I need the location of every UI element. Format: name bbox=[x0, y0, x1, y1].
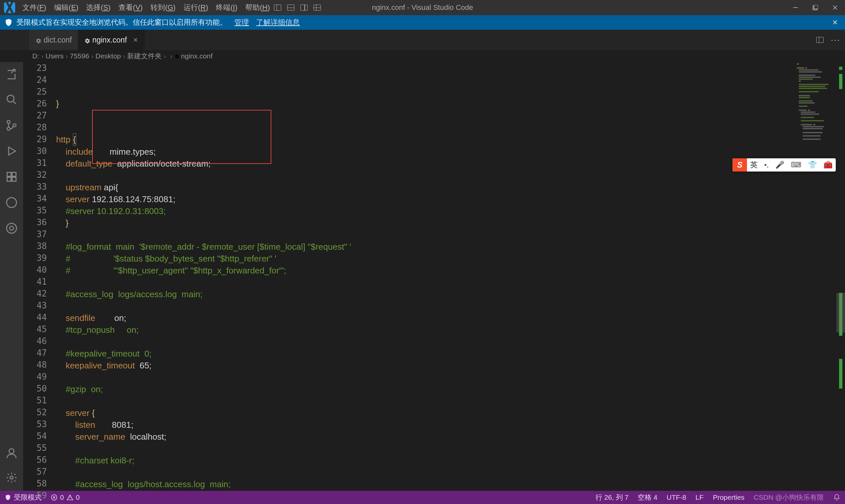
menu-7[interactable]: 帮助(H) bbox=[241, 0, 274, 15]
svg-point-19 bbox=[10, 476, 13, 479]
close-tab-icon[interactable]: × bbox=[133, 36, 139, 44]
svg-rect-23 bbox=[799, 69, 818, 71]
svg-rect-29 bbox=[799, 84, 828, 85]
svg-marker-10 bbox=[8, 147, 16, 155]
toggle-secondary-side-bar-icon[interactable] bbox=[300, 5, 307, 11]
svg-point-17 bbox=[10, 226, 14, 230]
menu-0[interactable]: 文件(F) bbox=[18, 0, 50, 15]
customize-layout-icon[interactable] bbox=[314, 5, 321, 11]
tab-nginx-conf[interactable]: nginx.conf× bbox=[78, 30, 145, 50]
ime-skin-icon[interactable]: 👕 bbox=[805, 161, 820, 169]
svg-point-15 bbox=[6, 198, 17, 208]
source-control-icon[interactable] bbox=[4, 118, 19, 132]
close-button[interactable] bbox=[825, 0, 845, 15]
ime-punct-icon[interactable]: •, bbox=[761, 161, 772, 169]
run-debug-icon[interactable] bbox=[4, 144, 19, 158]
search-icon[interactable] bbox=[4, 92, 19, 107]
ime-lang[interactable]: 英 bbox=[747, 160, 761, 170]
svg-rect-2 bbox=[814, 5, 818, 9]
svg-rect-44 bbox=[801, 124, 812, 125]
more-actions-icon[interactable]: ··· bbox=[831, 35, 840, 45]
svg-rect-49 bbox=[803, 135, 821, 137]
activity-bar bbox=[0, 62, 23, 491]
svg-rect-12 bbox=[7, 178, 11, 181]
ime-tools-icon[interactable]: 🧰 bbox=[820, 161, 836, 169]
status-restricted-mode[interactable]: 受限模式 bbox=[5, 493, 41, 502]
svg-rect-43 bbox=[801, 120, 824, 121]
code-editor[interactable]: 23 24 25 26 27 28 29 30 31 32 33 34 35 3… bbox=[23, 62, 845, 491]
vscode-logo-icon bbox=[4, 2, 15, 13]
breadcrumb-seg[interactable]: D: bbox=[31, 52, 40, 60]
code-content[interactable]: } http { include mime.types; default_typ… bbox=[56, 62, 793, 491]
toggle-primary-side-bar-icon[interactable] bbox=[274, 5, 281, 11]
menu-2[interactable]: 选择(S) bbox=[82, 0, 114, 15]
extensions-icon[interactable] bbox=[4, 169, 19, 184]
split-editor-icon[interactable] bbox=[816, 37, 824, 43]
svg-point-8 bbox=[7, 127, 10, 130]
banner-close-button[interactable]: × bbox=[832, 17, 838, 28]
svg-rect-25 bbox=[799, 74, 815, 76]
breadcrumb-seg[interactable]: 75596 bbox=[69, 52, 90, 60]
shield-icon bbox=[4, 18, 13, 27]
remote-icon[interactable] bbox=[4, 221, 19, 235]
restricted-mode-banner: 受限模式旨在实现安全地浏览代码。信任此窗口以启用所有功能。 管理 了解详细信息 … bbox=[0, 15, 845, 30]
svg-rect-21 bbox=[797, 67, 804, 69]
svg-rect-32 bbox=[799, 91, 818, 92]
menu-3[interactable]: 查看(V) bbox=[115, 0, 146, 15]
svg-rect-45 bbox=[813, 124, 815, 125]
menu-4[interactable]: 转到(G) bbox=[146, 0, 179, 15]
settings-gear-icon[interactable] bbox=[4, 470, 19, 485]
svg-point-16 bbox=[6, 223, 17, 233]
svg-rect-39 bbox=[808, 109, 810, 111]
breadcrumb-seg[interactable]: Desktop bbox=[94, 52, 122, 60]
layout-controls bbox=[274, 5, 321, 11]
ime-mic-icon[interactable]: 🎤 bbox=[772, 161, 788, 169]
menu-6[interactable]: 终端(I) bbox=[212, 0, 241, 15]
svg-rect-47 bbox=[803, 128, 823, 129]
banner-message: 受限模式旨在实现安全地浏览代码。信任此窗口以启用所有功能。 bbox=[17, 17, 227, 28]
breadcrumb-bar[interactable]: D:›Users›75596›Desktop›新建文件夹››nginx.conf bbox=[0, 50, 845, 62]
svg-rect-27 bbox=[799, 78, 813, 80]
vertical-scrollbar[interactable] bbox=[837, 62, 845, 491]
svg-rect-26 bbox=[799, 76, 821, 78]
svg-point-7 bbox=[7, 120, 10, 123]
minimize-button[interactable] bbox=[786, 0, 805, 15]
svg-rect-40 bbox=[801, 111, 815, 113]
svg-rect-35 bbox=[799, 100, 813, 102]
github-icon[interactable] bbox=[4, 195, 19, 210]
menu-1[interactable]: 编辑(E) bbox=[50, 0, 82, 15]
line-number-gutter: 23 24 25 26 27 28 29 30 31 32 33 34 35 3… bbox=[23, 62, 56, 491]
minimap[interactable] bbox=[793, 62, 837, 491]
breadcrumb-seg[interactable]: nginx.conf bbox=[173, 52, 214, 60]
ime-toolbar[interactable]: S 英 •, 🎤 ⌨ 👕 🧰 bbox=[733, 158, 836, 172]
window-title: nginx.conf - Visual Studio Code bbox=[372, 3, 473, 12]
banner-manage-link[interactable]: 管理 bbox=[234, 17, 249, 28]
menu-5[interactable]: 运行(R) bbox=[179, 0, 212, 15]
tab-dict-conf[interactable]: dict.conf bbox=[29, 30, 78, 50]
ime-keyboard-icon[interactable]: ⌨ bbox=[788, 161, 805, 169]
svg-point-18 bbox=[9, 449, 14, 454]
svg-rect-24 bbox=[799, 71, 822, 73]
banner-learn-link[interactable]: 了解详细信息 bbox=[256, 17, 300, 28]
svg-line-6 bbox=[13, 101, 16, 104]
toggle-panel-icon[interactable] bbox=[287, 5, 295, 11]
svg-rect-37 bbox=[799, 106, 807, 107]
svg-rect-34 bbox=[799, 97, 810, 98]
accounts-icon[interactable] bbox=[4, 446, 19, 461]
svg-rect-14 bbox=[12, 173, 16, 177]
svg-rect-30 bbox=[799, 86, 825, 87]
maximize-button[interactable] bbox=[805, 0, 825, 15]
status-notifications-icon[interactable] bbox=[833, 494, 840, 501]
gear-icon bbox=[35, 37, 40, 42]
svg-point-5 bbox=[7, 95, 14, 102]
explorer-icon[interactable] bbox=[4, 67, 19, 81]
gear-icon bbox=[84, 37, 89, 42]
breadcrumb-seg[interactable]: Users bbox=[44, 52, 65, 60]
sogou-logo-icon: S bbox=[733, 158, 747, 172]
svg-rect-42 bbox=[801, 117, 814, 118]
breadcrumb-seg[interactable]: 新建文件夹 bbox=[126, 52, 163, 60]
scrollbar-thumb[interactable] bbox=[837, 293, 845, 332]
svg-rect-50 bbox=[803, 139, 821, 140]
editor-tabs: dict.confnginx.conf× ··· bbox=[0, 30, 845, 50]
svg-rect-38 bbox=[799, 109, 807, 111]
